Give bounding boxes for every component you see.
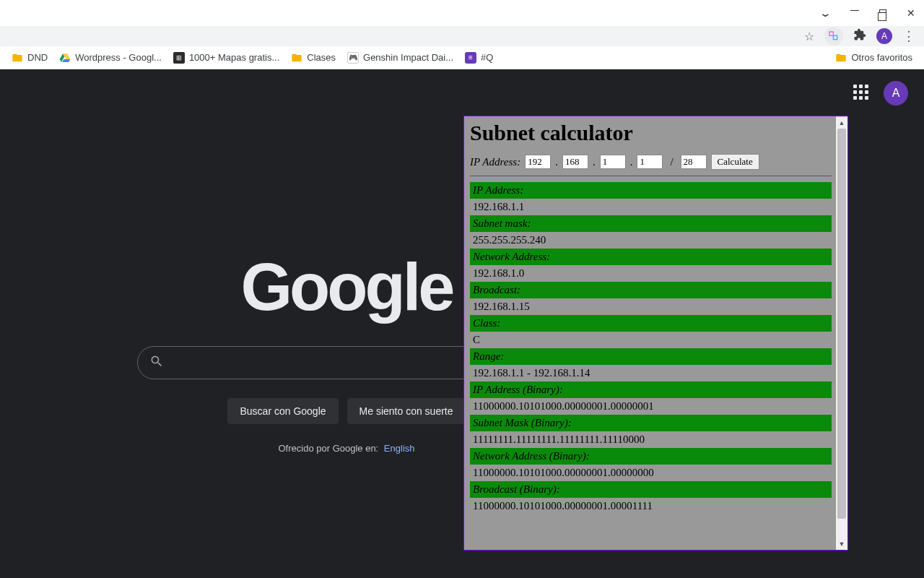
popup-title: Subnet calculator [470, 121, 832, 145]
search-button[interactable]: Buscar con Google [227, 398, 338, 424]
result-label: Network Address (Binary): [470, 448, 832, 465]
offered-languages: Ofrecido por Google en: English [278, 443, 414, 454]
page-content: A Google Buscar con Google Me siento con… [0, 69, 924, 578]
offered-prefix: Ofrecido por Google en: [278, 443, 378, 454]
language-link[interactable]: English [384, 443, 415, 454]
octet-3-input[interactable] [600, 155, 626, 169]
result-label: Class: [470, 315, 832, 332]
folder-icon [835, 52, 847, 64]
apps-grid-icon[interactable] [853, 85, 871, 102]
other-bookmarks[interactable]: Otros favoritos [831, 49, 917, 66]
result-label: IP Address (Binary): [470, 381, 832, 398]
svg-rect-1 [833, 35, 837, 39]
google-logo: Google [241, 254, 453, 320]
bookmark-label: #Q [481, 52, 493, 63]
result-value: 11000000.10101000.00000001.00000001 [470, 398, 832, 415]
extensions-icon[interactable] [853, 28, 866, 44]
bookmark-label: Clases [307, 52, 336, 63]
folder-icon [12, 52, 23, 64]
result-value: 11000000.10101000.00000001.00001111 [470, 498, 832, 514]
bookmark-mapas[interactable]: ⊞ 1000+ Mapas gratis... [169, 49, 284, 66]
svg-rect-0 [829, 32, 833, 35]
subnet-extension-icon[interactable] [824, 27, 843, 46]
google-top-bar: A [853, 81, 908, 105]
bookmark-star-icon[interactable]: ☆ [804, 30, 814, 43]
site-icon: ≡ [465, 52, 476, 64]
bookmarks-bar: DND Wordpress - Googl... ⊞ 1000+ Mapas g… [0, 46, 924, 69]
scroll-thumb[interactable] [837, 129, 846, 519]
maximize-icon[interactable] [879, 9, 886, 17]
calculate-button[interactable]: Calculate [711, 154, 759, 170]
result-label: Subnet mask: [470, 215, 832, 232]
bookmark-label: 1000+ Mapas gratis... [189, 52, 279, 63]
result-value: C [470, 332, 832, 348]
bookmark-genshin[interactable]: 🎮 Genshin Impact Dai... [343, 49, 458, 66]
search-buttons: Buscar con Google Me siento con suerte [227, 398, 465, 424]
drive-icon [59, 52, 71, 64]
result-value: 11111111.11111111.11111111.11110000 [470, 431, 832, 448]
lucky-button[interactable]: Me siento con suerte [347, 398, 466, 424]
ip-input-row: IP Address: . . . / Calculate [470, 154, 832, 170]
result-value: 255.255.255.240 [470, 232, 832, 249]
scroll-up-icon[interactable]: ▲ [836, 117, 847, 129]
octet-4-input[interactable] [637, 155, 663, 169]
result-label: IP Address: [470, 182, 832, 199]
scroll-down-icon[interactable]: ▼ [836, 538, 847, 550]
close-icon[interactable]: ✕ [907, 7, 915, 19]
ip-label: IP Address: [470, 156, 520, 168]
search-icon [149, 354, 164, 371]
bookmark-clases[interactable]: Clases [287, 49, 340, 66]
result-value: 192.168.1.1 - 192.168.1.14 [470, 365, 832, 381]
octet-1-input[interactable] [525, 155, 551, 169]
site-icon: 🎮 [347, 52, 359, 64]
folder-icon [291, 52, 302, 64]
bookmark-q[interactable]: ≡ #Q [461, 49, 497, 66]
result-label: Subnet Mask (Binary): [470, 415, 832, 431]
minimize-icon[interactable] [850, 10, 859, 11]
extension-popup: Subnet calculator IP Address: . . . / Ca… [463, 116, 848, 551]
window-controls: ⌄ ✕ [0, 0, 924, 26]
bookmark-wordpress[interactable]: Wordpress - Googl... [55, 49, 166, 66]
bookmark-label: Genshin Impact Dai... [363, 52, 453, 63]
menu-dots-icon[interactable]: ⋮ [902, 30, 915, 43]
result-label: Network Address: [470, 249, 832, 265]
google-avatar[interactable]: A [884, 81, 908, 105]
result-value: 192.168.1.1 [470, 199, 832, 215]
result-label: Broadcast (Binary): [470, 481, 832, 498]
popup-scrollbar[interactable]: ▲ ▼ [836, 116, 847, 550]
profile-avatar[interactable]: A [876, 28, 892, 44]
cidr-input[interactable] [681, 155, 707, 169]
result-value: 11000000.10101000.00000001.00000000 [470, 465, 832, 481]
divider [470, 176, 832, 176]
bookmark-label: Wordpress - Googl... [75, 52, 162, 63]
result-value: 192.168.1.15 [470, 298, 832, 315]
result-value: 192.168.1.0 [470, 265, 832, 282]
bookmark-label: DND [27, 52, 48, 63]
browser-toolbar: ☆ A ⋮ [0, 26, 924, 46]
site-icon: ⊞ [173, 52, 185, 64]
result-label: Broadcast: [470, 282, 832, 298]
result-table: IP Address:192.168.1.1Subnet mask:255.25… [470, 182, 832, 514]
bookmark-dnd[interactable]: DND [7, 49, 52, 66]
chevron-down-icon[interactable]: ⌄ [819, 7, 832, 19]
scroll-track[interactable] [836, 129, 847, 538]
octet-2-input[interactable] [562, 155, 588, 169]
other-bookmarks-label: Otros favoritos [851, 52, 912, 63]
result-label: Range: [470, 348, 832, 365]
